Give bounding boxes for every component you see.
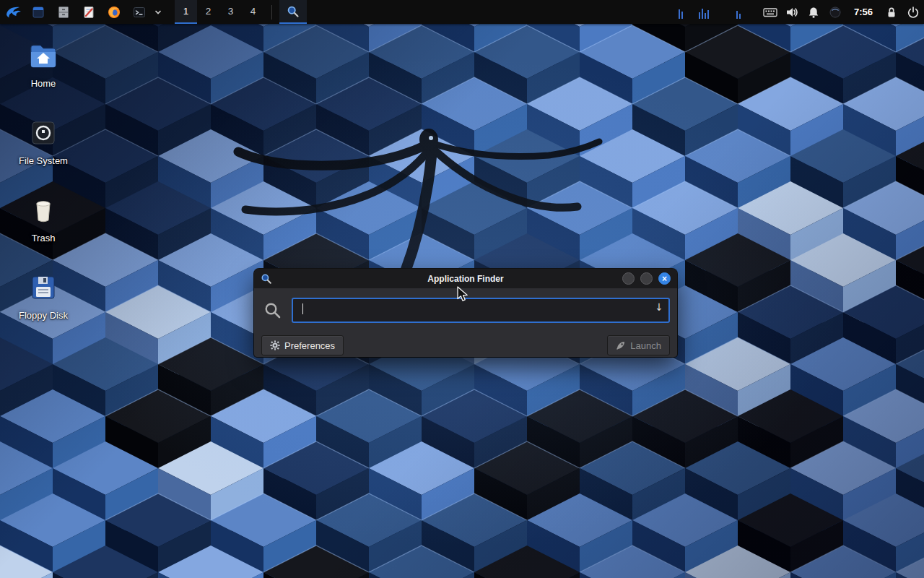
firefox-icon[interactable] [101, 0, 126, 24]
search-icon [263, 301, 282, 320]
footer-row: Preferences Launch [261, 335, 670, 355]
lock-icon [884, 6, 899, 19]
desktop-icon-trash[interactable]: Trash [9, 192, 78, 258]
close-icon: × [662, 274, 667, 284]
workspace-1[interactable]: 1 [175, 0, 197, 24]
orb-icon [828, 6, 842, 19]
home-folder-icon [25, 38, 61, 74]
desktop-icon-label: Floppy Disk [19, 311, 68, 321]
search-input[interactable] [293, 299, 668, 322]
panel-separator [271, 5, 272, 20]
bell-icon [806, 6, 821, 19]
search-field: ↓ [292, 298, 670, 323]
application-finder-window: Application Finder × ↓ [254, 269, 677, 357]
window-icon [31, 5, 45, 20]
titlebar[interactable]: Application Finder × [254, 269, 677, 288]
window-app-finder-icon [261, 273, 272, 285]
drive-icon [25, 115, 61, 151]
power-icon [906, 6, 920, 19]
text-editor-icon[interactable] [76, 0, 101, 24]
workspace-3[interactable]: 3 [219, 0, 242, 24]
desktop-icon-label: Trash [32, 233, 56, 243]
workspace-4[interactable]: 4 [242, 0, 264, 24]
window-title: Application Finder [254, 274, 677, 284]
file-cabinet-icon[interactable] [51, 0, 76, 24]
desktop-icon-label: File System [19, 156, 68, 166]
firefox-logo-icon [107, 5, 121, 20]
app-finder-icon [287, 5, 300, 18]
desktop-icon-floppy-disk[interactable]: Floppy Disk [9, 269, 78, 335]
notifications-icon[interactable] [803, 0, 824, 24]
desktop: 1 2 3 4 [0, 0, 924, 578]
top-panel: 1 2 3 4 [0, 0, 924, 24]
keyboard-layout-icon[interactable] [759, 0, 781, 24]
trash-bin-icon [25, 192, 61, 228]
floppy-disk-icon [25, 269, 61, 306]
workspace-switcher: 1 2 3 4 [175, 0, 264, 24]
panel-left: 1 2 3 4 [0, 0, 307, 24]
kali-menu-icon[interactable] [0, 0, 25, 24]
kali-logo-icon [4, 4, 22, 21]
close-button[interactable]: × [658, 272, 671, 285]
lock-screen-icon[interactable] [881, 0, 902, 24]
workspace-2[interactable]: 2 [197, 0, 219, 24]
launch-button[interactable]: Launch [607, 335, 670, 355]
desktop-icon-file-system[interactable]: File System [9, 115, 78, 181]
preferences-label: Preferences [284, 340, 335, 351]
cabinet-icon [56, 5, 71, 20]
minimize-button[interactable] [622, 272, 635, 285]
clock[interactable]: 7:56 [846, 0, 881, 24]
taskbar-application-finder[interactable] [279, 0, 307, 24]
maximize-button[interactable] [640, 272, 653, 285]
panel-right: 7:56 [674, 0, 924, 24]
terminal-window-icon [132, 5, 147, 20]
rocket-icon [616, 340, 626, 350]
preferences-button[interactable]: Preferences [261, 335, 344, 355]
volume-icon[interactable] [781, 0, 803, 24]
chevron-down-icon [154, 8, 162, 17]
terminal-icon[interactable] [126, 0, 152, 24]
clock-text: 7:56 [848, 7, 879, 17]
desktop-icon-label: Home [31, 79, 56, 89]
desktop-icon-list: Home File System Trash [9, 38, 78, 335]
window-app-icon[interactable] [25, 0, 51, 24]
keyboard-icon [763, 7, 777, 18]
launch-label: Launch [630, 340, 661, 351]
window-controls: × [622, 272, 671, 285]
text-caret [302, 303, 303, 314]
terminal-dropdown-chevron[interactable] [152, 0, 165, 24]
search-row: ↓ [261, 298, 670, 323]
log-out-icon[interactable] [902, 0, 924, 24]
status-orb-icon[interactable] [824, 0, 846, 24]
speaker-icon [785, 6, 799, 19]
finder-body: ↓ [254, 288, 677, 363]
system-monitor-graph[interactable] [674, 6, 754, 19]
document-pencil-icon [82, 5, 96, 20]
desktop-icon-home[interactable]: Home [9, 38, 78, 103]
gear-icon [270, 340, 280, 350]
